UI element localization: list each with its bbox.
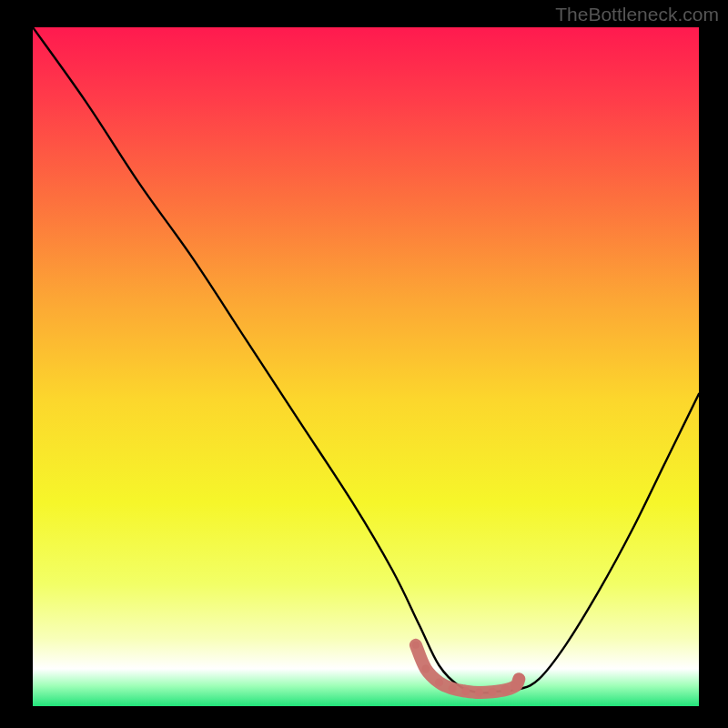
chart-frame: TheBottleneck.com xyxy=(0,0,728,728)
plot-area xyxy=(33,27,699,706)
highlight-marker xyxy=(489,688,497,696)
highlight-marker xyxy=(435,678,443,686)
highlight-marker xyxy=(461,687,470,695)
highlight-marker xyxy=(412,642,420,649)
highlight-marker xyxy=(475,689,483,697)
highlight-marker xyxy=(421,664,430,672)
highlight-marker xyxy=(513,673,525,685)
bottleneck-curve xyxy=(33,27,699,693)
watermark-text: TheBottleneck.com xyxy=(555,4,719,25)
highlight-marker xyxy=(500,685,511,695)
highlight-marker xyxy=(449,684,457,693)
chart-svg xyxy=(33,27,699,706)
